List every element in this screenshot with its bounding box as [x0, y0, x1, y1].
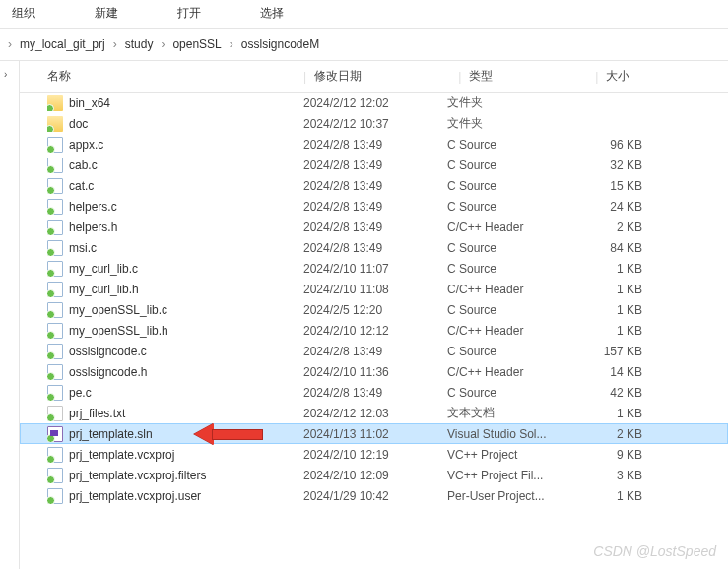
- column-date[interactable]: 修改日期: [314, 68, 458, 85]
- breadcrumb-item[interactable]: study: [119, 33, 160, 55]
- file-size: 157 KB: [573, 345, 652, 358]
- breadcrumb-item[interactable]: my_local_git_prj: [14, 33, 111, 55]
- chevron-right-icon: ›: [111, 37, 119, 51]
- watermark: CSDN @LostSpeed: [593, 543, 716, 559]
- file-date: 2024/2/8 13:49: [303, 179, 447, 193]
- file-row[interactable]: helpers.c2024/2/8 13:49C Source24 KB: [20, 196, 728, 217]
- c-icon: [47, 240, 63, 256]
- file-row[interactable]: osslsigncode.c2024/2/8 13:49C Source157 …: [20, 341, 728, 361]
- file-row[interactable]: prj_template.vcxproj.user2024/1/29 10:42…: [20, 485, 728, 506]
- file-name-cell: my_curl_lib.c: [47, 261, 303, 277]
- chevron-right-icon[interactable]: ›: [6, 37, 14, 51]
- content-area: › 名称 | 修改日期 | 类型 | 大小 bin_x642024/2/12 1…: [0, 61, 728, 569]
- file-size: 32 KB: [573, 158, 652, 172]
- file-type: C Source: [447, 262, 573, 276]
- breadcrumb-item[interactable]: osslsigncodeM: [235, 33, 325, 55]
- h-icon: [47, 364, 63, 380]
- file-row[interactable]: doc2024/2/12 10:37文件夹: [20, 113, 728, 134]
- file-size: 15 KB: [573, 179, 652, 193]
- vcx-icon: [47, 488, 63, 504]
- file-row[interactable]: my_curl_lib.c2024/2/10 11:07C Source1 KB: [20, 258, 728, 279]
- file-row[interactable]: prj_template.sln2024/1/13 11:02Visual St…: [20, 423, 728, 444]
- file-row[interactable]: prj_files.txt2024/2/12 12:03文本文档1 KB: [20, 403, 728, 423]
- file-name: osslsigncode.h: [69, 365, 147, 379]
- file-name-cell: my_openSSL_lib.h: [47, 323, 303, 339]
- file-type: 文件夹: [447, 115, 573, 132]
- file-name: my_curl_lib.c: [69, 262, 138, 276]
- file-row[interactable]: cab.c2024/2/8 13:49C Source32 KB: [20, 155, 728, 175]
- column-size[interactable]: 大小: [606, 68, 685, 85]
- toolbar-open[interactable]: 打开: [177, 5, 201, 22]
- vcx-icon: [47, 468, 63, 483]
- file-name-cell: helpers.c: [47, 199, 303, 215]
- chevron-right-icon[interactable]: ›: [0, 61, 19, 88]
- file-size: 96 KB: [573, 138, 652, 152]
- txt-icon: [47, 406, 63, 421]
- file-date: 2024/1/13 11:02: [303, 427, 447, 441]
- file-type: C/C++ Header: [447, 283, 573, 296]
- file-date: 2024/2/10 12:09: [303, 469, 447, 482]
- column-type[interactable]: 类型: [469, 68, 595, 85]
- c-icon: [47, 137, 63, 153]
- sln-icon: [47, 426, 63, 442]
- file-name: osslsigncode.c: [69, 345, 147, 358]
- file-row[interactable]: my_openSSL_lib.c2024/2/5 12:20C Source1 …: [20, 299, 728, 320]
- file-date: 2024/2/10 12:19: [303, 448, 447, 462]
- file-date: 2024/2/10 11:36: [303, 365, 447, 379]
- file-name: my_openSSL_lib.c: [69, 303, 167, 317]
- toolbar-organize[interactable]: 组织: [12, 5, 35, 22]
- file-row[interactable]: prj_template.vcxproj.filters2024/2/10 12…: [20, 465, 728, 485]
- file-name: msi.c: [69, 241, 97, 255]
- toolbar-new[interactable]: 新建: [95, 5, 118, 22]
- file-row[interactable]: osslsigncode.h2024/2/10 11:36C/C++ Heade…: [20, 361, 728, 382]
- breadcrumb-item[interactable]: openSSL: [166, 33, 227, 55]
- file-size: 1 KB: [573, 489, 652, 503]
- toolbar-select[interactable]: 选择: [260, 5, 284, 22]
- file-type: C Source: [447, 386, 573, 400]
- file-row[interactable]: helpers.h2024/2/8 13:49C/C++ Header2 KB: [20, 217, 728, 237]
- vcx-icon: [47, 447, 63, 463]
- file-row[interactable]: msi.c2024/2/8 13:49C Source84 KB: [20, 237, 728, 258]
- file-row[interactable]: prj_template.vcxproj2024/2/10 12:19VC++ …: [20, 444, 728, 465]
- file-date: 2024/2/8 13:49: [303, 158, 447, 172]
- file-name-cell: helpers.h: [47, 220, 303, 235]
- file-row[interactable]: bin_x642024/2/12 12:02文件夹: [20, 93, 728, 113]
- file-size: 2 KB: [573, 221, 652, 234]
- file-type: C Source: [447, 345, 573, 358]
- file-date: 2024/2/10 11:08: [303, 283, 447, 296]
- file-size: 14 KB: [573, 365, 652, 379]
- file-date: 2024/2/12 10:37: [303, 117, 447, 131]
- file-type: Per-User Project...: [447, 489, 573, 503]
- file-row[interactable]: appx.c2024/2/8 13:49C Source96 KB: [20, 134, 728, 155]
- c-icon: [47, 261, 63, 277]
- file-type: Visual Studio Sol...: [447, 427, 573, 441]
- file-date: 2024/2/8 13:49: [303, 200, 447, 214]
- file-name-cell: bin_x64: [47, 95, 303, 111]
- file-row[interactable]: pe.c2024/2/8 13:49C Source42 KB: [20, 382, 728, 403]
- file-name-cell: msi.c: [47, 240, 303, 256]
- file-type: C Source: [447, 158, 573, 172]
- file-name: prj_template.vcxproj.user: [69, 489, 201, 503]
- file-name: prj_files.txt: [69, 407, 125, 420]
- file-name-cell: my_openSSL_lib.c: [47, 302, 303, 318]
- column-name[interactable]: 名称: [47, 68, 303, 85]
- file-name-cell: cab.c: [47, 158, 303, 173]
- breadcrumb[interactable]: › my_local_git_prj › study › openSSL › o…: [0, 28, 728, 61]
- file-size: 3 KB: [573, 469, 652, 482]
- file-size: 1 KB: [573, 303, 652, 317]
- file-name: appx.c: [69, 138, 103, 152]
- file-name: doc: [69, 117, 88, 131]
- chevron-right-icon: ›: [159, 37, 166, 51]
- chevron-right-icon: ›: [228, 37, 235, 51]
- file-size: 9 KB: [573, 448, 652, 462]
- file-type: C Source: [447, 200, 573, 214]
- file-row[interactable]: my_curl_lib.h2024/2/10 11:08C/C++ Header…: [20, 279, 728, 299]
- file-row[interactable]: cat.c2024/2/8 13:49C Source15 KB: [20, 175, 728, 196]
- c-icon: [47, 385, 63, 401]
- file-type: C/C++ Header: [447, 365, 573, 379]
- file-row[interactable]: my_openSSL_lib.h2024/2/10 12:12C/C++ Hea…: [20, 320, 728, 341]
- file-type: VC++ Project: [447, 448, 573, 462]
- file-name-cell: cat.c: [47, 178, 303, 194]
- file-size: 1 KB: [573, 324, 652, 338]
- file-size: 2 KB: [573, 427, 652, 441]
